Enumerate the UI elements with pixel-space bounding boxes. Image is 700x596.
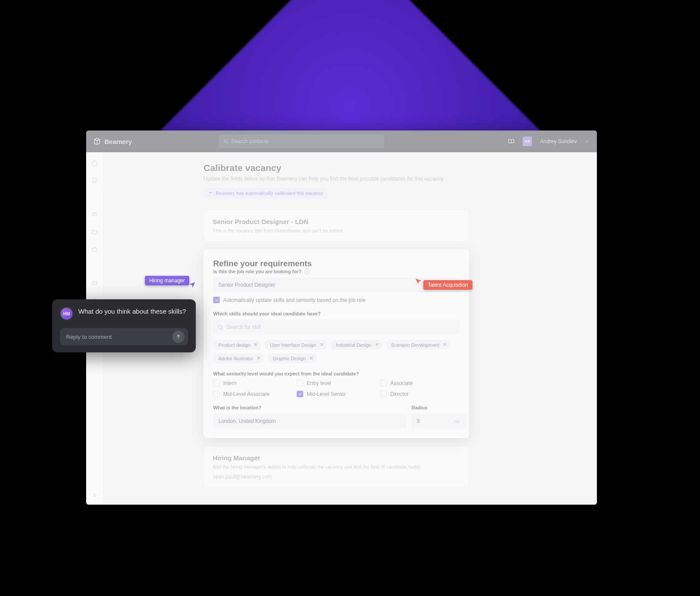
svg-point-6: [218, 325, 222, 329]
auto-update-checkbox[interactable]: [213, 297, 220, 303]
skill-chip[interactable]: User Interface Design✕: [265, 340, 327, 350]
seniority-checkbox[interactable]: [380, 380, 387, 386]
seniority-option[interactable]: Associate: [380, 380, 459, 386]
user-name: Andrey Sundiev: [540, 138, 577, 144]
skill-search[interactable]: Search for skill: [213, 320, 459, 335]
cursor-hiring-manager: Hiring manager: [144, 276, 196, 285]
comment-avatar: HM: [60, 307, 73, 320]
auto-update-row[interactable]: Automatically update skills and seniorit…: [213, 297, 459, 303]
auto-calibrated-badge: Beamery has automatically calibrated thi…: [204, 188, 327, 198]
hm-sub: Add the hiring manager's details to help…: [213, 464, 460, 469]
content-column: Calibrate vacancy Update the fields belo…: [204, 163, 469, 496]
search-placeholder: Search contacts: [231, 138, 268, 144]
remove-skill-icon[interactable]: ✕: [309, 355, 313, 361]
mail-icon[interactable]: [91, 279, 98, 286]
role-label: Is this the job role you are looking for…: [213, 268, 459, 274]
skill-chip[interactable]: Scenario Development✕: [386, 340, 450, 350]
send-reply-button[interactable]: [172, 331, 184, 343]
reply-input[interactable]: Reply to comment: [60, 328, 188, 345]
seniority-option[interactable]: Director: [380, 391, 459, 397]
topbar-right: AS Andrey Sundiev: [508, 137, 590, 146]
svg-rect-3: [92, 248, 97, 251]
seniority-option[interactable]: Entry level: [297, 380, 376, 386]
seniority-checkbox[interactable]: [297, 380, 303, 386]
skill-chip-label: Graphic Design: [273, 356, 306, 361]
svg-point-2: [95, 212, 97, 214]
seniority-label: What seniority level would you expect fr…: [213, 371, 459, 376]
vacancy-title-block: Senior Product Designer - LDN This is th…: [204, 210, 469, 241]
seniority-label: Mid-Level Senior: [307, 391, 346, 397]
vacancy-title: Senior Product Designer - LDN: [213, 218, 460, 225]
remove-skill-icon[interactable]: ✕: [254, 342, 258, 348]
comment-text: What do you think about these skills?: [78, 307, 188, 316]
brand: Beamery: [93, 137, 132, 145]
user-avatar[interactable]: AS: [522, 137, 532, 146]
chevron-down-icon[interactable]: [585, 139, 590, 144]
skill-search-placeholder: Search for skill: [227, 324, 261, 330]
skill-chip-label: Adobe Illustrator: [218, 356, 253, 361]
folder-icon[interactable]: [91, 228, 98, 235]
seniority-label: Mid-Level Associate: [223, 391, 270, 397]
radius-input[interactable]: [412, 414, 466, 429]
skills-label: Which skills should your ideal candidate…: [213, 311, 459, 316]
cursor-arrow-icon: [415, 278, 422, 285]
info-icon[interactable]: i: [304, 268, 310, 274]
seniority-checkbox[interactable]: [213, 391, 220, 397]
hm-email: sean.paul@beamery.com: [213, 474, 460, 480]
seniority-checkbox[interactable]: [380, 391, 387, 397]
skill-chip-label: Scenario Development: [391, 342, 439, 348]
seniority-label: Associate: [390, 380, 413, 386]
svg-point-0: [224, 140, 227, 143]
book-icon[interactable]: [508, 138, 515, 145]
skill-chip[interactable]: Product design✕: [213, 340, 261, 350]
comment-popup: HM What do you think about these skills?…: [52, 299, 196, 352]
skill-chip-label: Industrial Design: [336, 342, 372, 348]
radius-label: Radius: [412, 405, 459, 410]
location-label: What is the location?: [213, 405, 406, 410]
cursor-talent-acquisition: Talent Acquisition: [415, 280, 472, 290]
cursor-hm-label: Hiring manager: [145, 276, 189, 285]
search-icon: [218, 325, 223, 330]
bookmark-icon[interactable]: [91, 177, 98, 184]
svg-rect-4: [92, 281, 97, 285]
brand-name: Beamery: [104, 138, 132, 145]
remove-skill-icon[interactable]: ✕: [375, 342, 379, 348]
skill-chip[interactable]: Graphic Design✕: [268, 353, 317, 363]
skill-chip-label: Product design: [218, 342, 250, 348]
location-input[interactable]: [213, 414, 406, 429]
cursor-arrow-icon: [188, 281, 196, 289]
seniority-option[interactable]: Mid-Level Associate: [213, 391, 292, 397]
remove-skill-icon[interactable]: ✕: [257, 355, 261, 361]
home-icon[interactable]: [91, 159, 98, 166]
seniority-grid: InternEntry levelAssociateMid-Level Asso…: [213, 380, 459, 397]
global-search[interactable]: Search contacts: [219, 134, 384, 148]
auto-badge-text: Beamery has automatically calibrated thi…: [216, 191, 323, 196]
skill-chips: Product design✕User Interface Design✕Ind…: [213, 340, 459, 363]
expand-rail-icon[interactable]: [91, 492, 98, 499]
remove-skill-icon[interactable]: ✕: [443, 342, 447, 348]
auto-update-label: Automatically update skills and seniorit…: [223, 297, 366, 303]
skill-chip[interactable]: Industrial Design✕: [331, 340, 382, 350]
role-label-text: Is this the job role you are looking for…: [213, 269, 301, 274]
hm-heading: Hiring Manager: [213, 454, 460, 462]
hiring-manager-block: Hiring Manager Add the hiring manager's …: [204, 446, 469, 488]
briefcase-icon[interactable]: [91, 245, 98, 252]
page-title: Calibrate vacancy: [204, 163, 469, 173]
refine-requirements-card: Refine your requirements Is this the job…: [204, 249, 469, 438]
skill-chip[interactable]: Adobe Illustrator✕: [213, 353, 264, 363]
page-subtitle: Update the fields below so that Beamery …: [204, 176, 469, 182]
cursor-ta-label: Talent Acquisition: [423, 280, 472, 290]
seniority-checkbox[interactable]: [213, 380, 220, 386]
seniority-option[interactable]: Intern: [213, 380, 292, 386]
seniority-label: Intern: [223, 380, 237, 386]
seniority-checkbox[interactable]: [297, 391, 303, 397]
search-icon: [223, 139, 228, 144]
seniority-label: Entry level: [307, 380, 331, 386]
remove-skill-icon[interactable]: ✕: [320, 342, 324, 348]
seniority-label: Director: [390, 391, 409, 397]
seniority-option[interactable]: Mid-Level Senior: [297, 391, 376, 397]
skill-chip-label: User Interface Design: [270, 342, 316, 348]
people-icon[interactable]: [91, 211, 98, 218]
sparkle-icon: [208, 191, 213, 196]
reply-placeholder: Reply to comment: [66, 334, 172, 340]
